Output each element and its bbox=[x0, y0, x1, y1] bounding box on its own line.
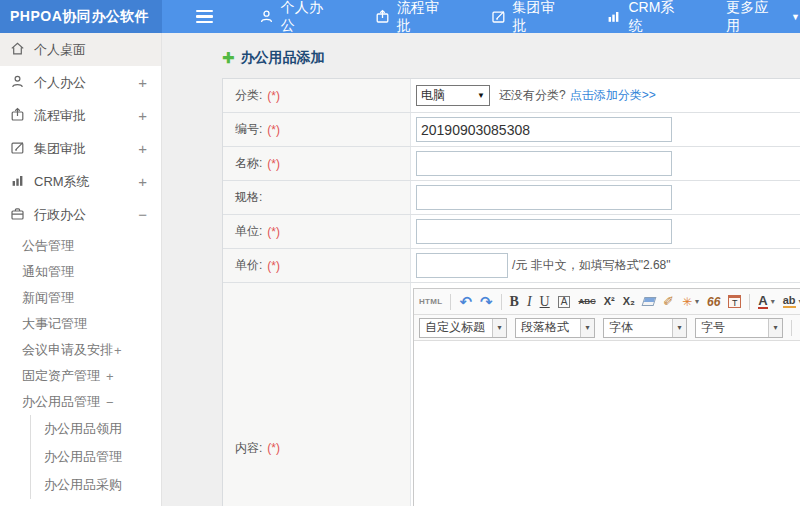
nav-crm[interactable]: CRM系统 bbox=[606, 0, 688, 35]
caret-down-icon: ▾ bbox=[492, 319, 506, 337]
form-row-category: 分类: (*) 电脑 ▼ 还没有分类? 点击添加分类>> bbox=[223, 79, 800, 113]
custom-title-dropdown[interactable]: 自定义标题▾ bbox=[419, 318, 507, 338]
expand-icon: + bbox=[138, 173, 147, 190]
sidebar-label: 个人办公 bbox=[34, 74, 129, 92]
field-cell bbox=[411, 215, 800, 248]
expand-icon: + bbox=[138, 140, 147, 157]
field-label-cell: 单位: (*) bbox=[223, 215, 411, 248]
page-title: ✚ 办公用品添加 bbox=[222, 49, 800, 67]
field-label-cell: 规格: bbox=[223, 181, 411, 214]
nav-process-approval[interactable]: 流程审批 bbox=[375, 0, 453, 35]
html-source-button[interactable]: HTML bbox=[419, 298, 442, 306]
bold-button[interactable]: B bbox=[510, 295, 519, 309]
collapse-icon: − bbox=[138, 206, 147, 223]
page-title-text: 办公用品添加 bbox=[241, 49, 325, 67]
sidebar-item-meetings[interactable]: 会议申请及安排+ bbox=[22, 337, 161, 363]
sidebar-item-group-approval[interactable]: 集团审批 + bbox=[0, 132, 161, 165]
nav-label: CRM系统 bbox=[628, 0, 688, 35]
name-input[interactable] bbox=[416, 151, 672, 176]
sidebar-item-notices[interactable]: 通知管理 bbox=[22, 259, 161, 285]
sidebar-label: 新闻管理 bbox=[22, 289, 74, 307]
sidebar-item-supplies-manage[interactable]: 办公用品管理 bbox=[44, 443, 161, 471]
sidebar-item-process-approval[interactable]: 流程审批 + bbox=[0, 99, 161, 132]
form-row-unit: 单位: (*) bbox=[223, 215, 800, 249]
nav-label: 个人办公 bbox=[281, 0, 337, 35]
sidebar-item-events[interactable]: 大事记管理 bbox=[22, 311, 161, 337]
font-size-dropdown[interactable]: 字号▾ bbox=[695, 318, 783, 338]
toolbar-separator bbox=[450, 294, 451, 310]
italic-button[interactable]: I bbox=[527, 295, 532, 309]
required-mark: (*) bbox=[267, 441, 280, 455]
expand-icon: + bbox=[138, 107, 147, 124]
nav-personal-office[interactable]: 个人办公 bbox=[259, 0, 337, 35]
add-category-link[interactable]: 点击添加分类>> bbox=[570, 87, 656, 104]
paste-plain-button[interactable]: T bbox=[728, 295, 741, 308]
sidebar-label: 个人桌面 bbox=[34, 41, 147, 59]
toolbar-separator bbox=[501, 294, 502, 310]
required-mark: (*) bbox=[267, 157, 280, 171]
sidebar-label: 行政办公 bbox=[34, 206, 129, 224]
nav-more-apps[interactable]: 更多应用 ▼ bbox=[726, 0, 800, 35]
price-hint: /元 非中文，如填写格式"2.68" bbox=[512, 257, 671, 274]
subscript-button[interactable]: X₂ bbox=[623, 296, 635, 307]
nav-label: 集团审批 bbox=[513, 0, 569, 35]
paragraph-format-dropdown[interactable]: 段落格式▾ bbox=[515, 318, 595, 338]
auto-typeset-icon: ✳ bbox=[682, 296, 692, 308]
auto-typeset-button[interactable]: ✳▾ bbox=[682, 296, 699, 308]
underline-button[interactable]: U bbox=[540, 295, 550, 309]
sidebar-label: 固定资产管理 bbox=[22, 367, 100, 385]
code-input[interactable] bbox=[416, 117, 672, 142]
sidebar-item-supplies-purchase[interactable]: 办公用品采购 bbox=[44, 471, 161, 499]
rich-text-editor: HTML ↶ ↷ B I U A ABC X² X₂ bbox=[413, 288, 800, 506]
blockquote-button[interactable]: 66 bbox=[707, 296, 720, 308]
highlight-button[interactable]: ab▾ bbox=[783, 295, 800, 308]
home-icon bbox=[10, 41, 25, 59]
sidebar-label: 流程审批 bbox=[34, 107, 129, 125]
sidebar-item-crm[interactable]: CRM系统 + bbox=[0, 165, 161, 198]
sidebar-item-desktop[interactable]: 个人桌面 bbox=[0, 33, 161, 66]
editor-content-area[interactable] bbox=[414, 341, 800, 506]
nav-group-approval[interactable]: 集团审批 bbox=[491, 0, 569, 35]
required-mark: (*) bbox=[267, 123, 280, 137]
font-color-button[interactable]: A▾ bbox=[758, 294, 774, 309]
user-icon bbox=[259, 9, 274, 24]
sidebar-item-announcements[interactable]: 公告管理 bbox=[22, 233, 161, 259]
sidebar-item-personal-office[interactable]: 个人办公 + bbox=[0, 66, 161, 99]
expand-icon: + bbox=[106, 369, 114, 384]
required-mark: (*) bbox=[267, 225, 280, 239]
font-border-button[interactable]: A bbox=[558, 296, 571, 308]
form-row-name: 名称: (*) bbox=[223, 147, 800, 181]
superscript-button[interactable]: X² bbox=[604, 296, 615, 307]
font-family-dropdown[interactable]: 字体▾ bbox=[603, 318, 687, 338]
category-note: 还没有分类? bbox=[499, 87, 566, 104]
menu-icon[interactable] bbox=[196, 10, 213, 24]
field-cell bbox=[411, 113, 800, 146]
sidebar-item-news[interactable]: 新闻管理 bbox=[22, 285, 161, 311]
sidebar-item-office-supplies[interactable]: 办公用品管理− bbox=[22, 389, 161, 415]
bar-chart-icon bbox=[10, 173, 25, 191]
sidebar-label: 办公用品管理 bbox=[44, 448, 122, 466]
strikethrough-button[interactable]: ABC bbox=[578, 298, 595, 306]
nav-label: 流程审批 bbox=[397, 0, 453, 35]
unit-input[interactable] bbox=[416, 219, 672, 244]
form-row-spec: 规格: bbox=[223, 181, 800, 215]
top-nav: 个人办公 流程审批 集团审批 CRM系统 更多应用 ▼ bbox=[259, 0, 800, 35]
sidebar-item-fixed-assets[interactable]: 固定资产管理+ bbox=[22, 363, 161, 389]
sidebar-label: 办公用品管理 bbox=[22, 393, 100, 411]
redo-button[interactable]: ↷ bbox=[480, 294, 493, 309]
nav-label: 更多应用 bbox=[726, 0, 782, 35]
field-cell: /元 非中文，如填写格式"2.68" bbox=[411, 249, 800, 282]
undo-button[interactable]: ↶ bbox=[459, 294, 472, 309]
toolbar-separator bbox=[791, 320, 792, 336]
sidebar-item-supplies-claim[interactable]: 办公用品领用 bbox=[44, 415, 161, 443]
spec-input[interactable] bbox=[416, 185, 672, 210]
price-input[interactable] bbox=[416, 253, 508, 278]
font-color-icon: A bbox=[758, 294, 767, 309]
remove-format-button[interactable] bbox=[642, 297, 657, 306]
format-brush-button[interactable]: ✐ bbox=[663, 295, 674, 308]
category-select-value: 电脑 bbox=[421, 87, 445, 104]
field-label: 名称: bbox=[235, 155, 262, 172]
sidebar-item-admin-office[interactable]: 行政办公 − bbox=[0, 198, 161, 231]
category-select[interactable]: 电脑 ▼ bbox=[416, 85, 490, 106]
field-label: 单位: bbox=[235, 223, 262, 240]
